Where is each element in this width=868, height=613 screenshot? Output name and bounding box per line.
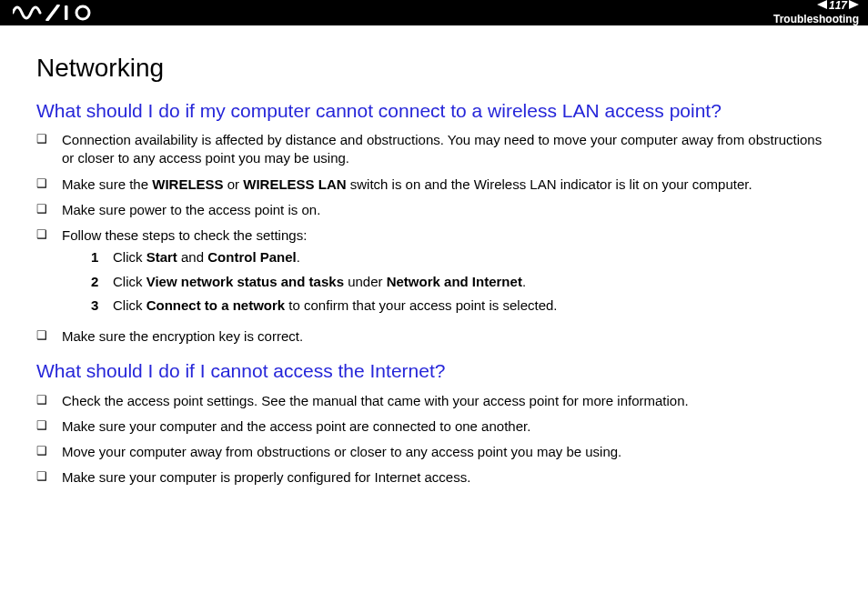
list-item: Make sure the encryption key is correct. [36,327,832,346]
text: . [297,249,300,265]
page-number: 117 [829,0,847,12]
text: under [344,274,387,289]
list-item: Move your computer away from obstruction… [36,443,832,461]
list-item-text: Make sure your computer and the access p… [62,417,832,436]
list-item: Make sure your computer and the access p… [36,417,832,436]
text: or [224,176,244,192]
bold-text: Connect to a network [146,297,286,313]
bold-text: WIRELESS [152,176,223,192]
list-item-text: Check the access point settings. See the… [62,392,832,410]
bold-text: Start [146,249,177,265]
text: Follow these steps to check the settings… [62,227,307,243]
question-2-heading: What should I do if I cannot access the … [36,358,832,384]
text: Make sure the [62,176,152,192]
svg-rect-0 [65,5,68,20]
list-item-text: Make sure the encryption key is correct. [62,327,832,346]
question-2-list: Check the access point settings. See the… [36,392,832,487]
step-number: 3 [91,296,113,315]
question-1-list: Connection availability is affected by d… [36,131,832,346]
list-item-text: Make sure your computer is properly conf… [62,468,832,487]
list-item-text: Follow these steps to check the settings… [62,226,832,320]
text: and [177,249,207,265]
bold-text: Network and Internet [387,274,522,289]
svg-marker-2 [817,0,827,9]
step-item: 2 Click View network status and tasks un… [91,273,832,291]
text: Click [113,274,146,289]
svg-marker-3 [849,0,859,9]
list-item: Make sure power to the access point is o… [36,201,832,219]
list-item: Follow these steps to check the settings… [36,226,832,320]
list-item: Check the access point settings. See the… [36,392,832,410]
header-right: 117 Troubleshooting [773,0,859,25]
text: . [522,274,526,289]
list-item: Make sure your computer is properly conf… [36,468,832,487]
header-bar: 117 Troubleshooting [0,0,868,25]
list-item: Make sure the WIRELESS or WIRELESS LAN s… [36,176,832,194]
list-item: Connection availability is affected by d… [36,131,832,168]
vaio-logo [13,5,96,21]
step-number: 2 [91,273,113,291]
text: Click [113,249,146,265]
steps-list: 1 Click Start and Control Panel. 2 Click… [91,248,832,315]
step-item: 3 Click Connect to a network to confirm … [91,296,832,315]
page-title: Networking [36,51,832,85]
header-section-label: Troubleshooting [773,14,859,25]
step-number: 1 [91,248,113,266]
text: Click [113,297,146,313]
bold-text: Control Panel [207,249,297,265]
step-text: Click View network status and tasks unde… [113,273,832,291]
page-content: Networking What should I do if my comput… [0,25,868,487]
list-item-text: Connection availability is affected by d… [62,131,832,168]
question-1-heading: What should I do if my computer cannot c… [36,98,832,124]
step-text: Click Connect to a network to confirm th… [113,296,832,315]
list-item-text: Make sure the WIRELESS or WIRELESS LAN s… [62,176,832,194]
svg-point-1 [76,6,89,19]
text: to confirm that your access point is sel… [285,297,557,313]
prev-page-arrow-icon[interactable] [817,0,827,12]
bold-text: View network status and tasks [146,274,344,289]
list-item-text: Move your computer away from obstruction… [62,443,832,461]
list-item-text: Make sure power to the access point is o… [62,201,832,219]
bold-text: WIRELESS LAN [243,176,346,192]
text: switch is on and the Wireless LAN indica… [347,176,752,192]
page-navigator: 117 [773,0,859,12]
next-page-arrow-icon[interactable] [849,0,859,12]
step-item: 1 Click Start and Control Panel. [91,248,832,266]
step-text: Click Start and Control Panel. [113,248,832,266]
